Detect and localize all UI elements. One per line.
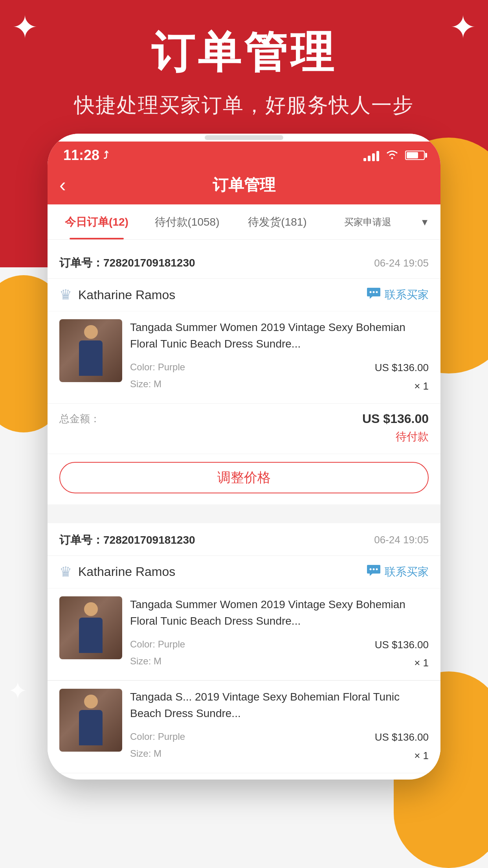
- content-area: 订单号：728201709181230 06-24 19:05 ♛ Kathar…: [48, 246, 440, 773]
- order-number-2: 订单号：728201709181230: [59, 533, 195, 548]
- product-attrs-left-2: Color: Purple Size: M: [130, 636, 185, 669]
- product-attrs-left-3: Color: Purple Size: M: [130, 728, 185, 762]
- svg-point-4: [373, 568, 375, 570]
- product-attrs-1: Color: Purple Size: M US $136.00 × 1: [130, 359, 429, 395]
- status-icons: [363, 149, 425, 162]
- buyer-name-2: Katharine Ramos: [78, 565, 175, 579]
- product-price-1: US $136.00: [375, 359, 429, 377]
- order-card-2: 订单号：728201709181230 06-24 19:05 ♛ Kathar…: [48, 523, 440, 773]
- nav-bar: ‹ 订单管理: [48, 169, 440, 204]
- figure-body-2: [79, 618, 103, 653]
- product-quantity-2: × 1: [375, 654, 429, 672]
- figure-body-3: [79, 710, 103, 745]
- product-name-1: Tangada Summer Women 2019 Vintage Sexy B…: [130, 319, 429, 352]
- deco-star-bottom-left: ✦: [8, 679, 28, 703]
- figure-head-1: [84, 325, 98, 339]
- total-amount-1: US $136.00: [362, 412, 429, 426]
- product-attrs-right-1: US $136.00 × 1: [375, 359, 429, 395]
- tab-pending-pay[interactable]: 待付款(1058): [142, 204, 232, 239]
- product-color-2: Color: Purple: [130, 636, 185, 653]
- time-display: 11:28: [63, 147, 99, 164]
- payment-status-1: 待付款: [59, 429, 429, 444]
- signal-bar-3: [372, 153, 375, 161]
- product-figure-2: [75, 602, 106, 653]
- battery-icon: [405, 151, 425, 160]
- crown-icon-1: ♛: [59, 287, 72, 303]
- buyer-left-2: ♛ Katharine Ramos: [59, 564, 175, 580]
- status-bar: 11:28 ⤴: [48, 142, 440, 169]
- tab-today-orders[interactable]: 今日订单(12): [51, 204, 142, 239]
- product-name-2: Tangada Summer Women 2019 Vintage Sexy B…: [130, 596, 429, 629]
- contact-label-2: 联系买家: [385, 565, 429, 579]
- product-name-3: Tangada S... 2019 Vintage Sexy Bohemian …: [130, 689, 429, 722]
- battery-fill: [407, 152, 418, 158]
- svg-point-1: [373, 291, 375, 293]
- order-time-1: 06-24 19:05: [374, 257, 429, 269]
- product-size-2: Size: M: [130, 653, 185, 669]
- svg-point-0: [370, 291, 372, 293]
- order-time-2: 06-24 19:05: [374, 534, 429, 546]
- order-card-1: 订单号：728201709181230 06-24 19:05 ♛ Kathar…: [48, 246, 440, 504]
- product-figure-1: [75, 325, 106, 376]
- total-row-1: 总金额： US $136.00: [59, 412, 429, 426]
- contact-buyer-button-1[interactable]: 联系买家: [367, 287, 429, 303]
- product-color-1: Color: Purple: [130, 359, 185, 375]
- back-button[interactable]: ‹: [59, 175, 66, 195]
- signal-bar-4: [376, 151, 379, 161]
- contact-buyer-button-2[interactable]: 联系买家: [367, 564, 429, 580]
- section-divider-1: [48, 511, 440, 517]
- product-attrs-left-1: Color: Purple Size: M: [130, 359, 185, 392]
- signal-bars-icon: [363, 149, 379, 161]
- nav-title: 订单管理: [213, 174, 275, 196]
- product-figure-3: [75, 695, 106, 746]
- figure-head-2: [84, 602, 98, 616]
- buyer-name-1: Katharine Ramos: [78, 288, 175, 302]
- signal-bar-1: [363, 158, 366, 161]
- action-btn-row-1: 调整价格: [48, 454, 440, 504]
- crown-icon-2: ♛: [59, 564, 72, 580]
- hero-subtitle: 快捷处理买家订单，好服务快人一步: [0, 92, 488, 119]
- order-footer-1: 总金额： US $136.00 待付款: [48, 404, 440, 454]
- product-size-1: Size: M: [130, 375, 185, 392]
- product-image-1: [59, 319, 122, 382]
- buyer-left-1: ♛ Katharine Ramos: [59, 287, 175, 303]
- adjust-price-button-1[interactable]: 调整价格: [59, 462, 429, 493]
- tab-buyer-request[interactable]: 买家申请退: [323, 204, 413, 239]
- product-price-3: US $136.00: [375, 728, 429, 747]
- tab-pending-ship[interactable]: 待发货(181): [232, 204, 323, 239]
- svg-point-3: [370, 568, 372, 570]
- tab-more-button[interactable]: ▾: [413, 215, 437, 228]
- order-header-2: 订单号：728201709181230 06-24 19:05: [48, 523, 440, 556]
- product-color-3: Color: Purple: [130, 728, 185, 745]
- product-info-2: Tangada Summer Women 2019 Vintage Sexy B…: [130, 596, 429, 673]
- product-info-1: Tangada Summer Women 2019 Vintage Sexy B…: [130, 319, 429, 395]
- product-row-2: Tangada Summer Women 2019 Vintage Sexy B…: [48, 588, 440, 681]
- buyer-row-2: ♛ Katharine Ramos 联系买家: [48, 556, 440, 588]
- phone-notch: [205, 135, 283, 140]
- phone-mockup: 11:28 ⤴ ‹ 订单管理: [48, 134, 440, 780]
- wifi-icon: [385, 149, 399, 162]
- product-img-inner-1: [59, 319, 122, 382]
- product-attrs-right-2: US $136.00 × 1: [375, 636, 429, 673]
- svg-point-2: [376, 291, 378, 293]
- product-row-1: Tangada Summer Women 2019 Vintage Sexy B…: [48, 311, 440, 404]
- figure-head-3: [84, 695, 98, 708]
- status-time: 11:28 ⤴: [63, 147, 108, 164]
- product-img-inner-2: [59, 596, 122, 659]
- contact-label-1: 联系买家: [385, 287, 429, 302]
- svg-point-5: [376, 568, 378, 570]
- product-price-2: US $136.00: [375, 636, 429, 654]
- product-img-inner-3: [59, 689, 122, 752]
- location-arrow-icon: ⤴: [103, 149, 108, 162]
- tabs-bar: 今日订单(12) 待付款(1058) 待发货(181) 买家申请退 ▾: [48, 204, 440, 240]
- chat-icon-1: [367, 287, 381, 303]
- product-info-3: Tangada S... 2019 Vintage Sexy Bohemian …: [130, 689, 429, 765]
- figure-body-1: [79, 340, 103, 376]
- hero-section: 订单管理 快捷处理买家订单，好服务快人一步: [0, 24, 488, 119]
- product-attrs-right-3: US $136.00 × 1: [375, 728, 429, 765]
- signal-bar-2: [368, 156, 371, 161]
- product-image-3: [59, 689, 122, 752]
- product-quantity-1: × 1: [375, 377, 429, 395]
- order-header-1: 订单号：728201709181230 06-24 19:05: [48, 246, 440, 279]
- chat-icon-2: [367, 564, 381, 580]
